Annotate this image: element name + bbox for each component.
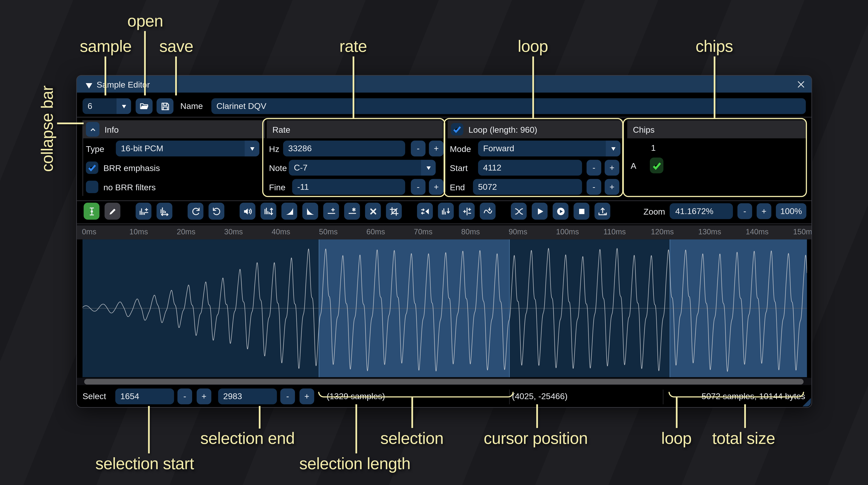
annotation-line-rate	[352, 57, 354, 119]
wave-arrows-in-icon	[420, 206, 430, 216]
toolbar: Zoom 41.1672% - + 100%	[84, 203, 806, 220]
edit-mode-draw-button[interactable]	[104, 203, 120, 220]
invert-button[interactable]	[438, 203, 454, 220]
ruler-tick: 30ms	[224, 228, 243, 236]
toolbar-buttons	[84, 203, 615, 220]
annotation-line-selection	[411, 397, 413, 428]
ruler-tick: 90ms	[509, 228, 527, 236]
ruler-tick: 140ms	[746, 228, 769, 236]
annotation-label-rate: rate	[339, 37, 367, 56]
ruler-tick: 100ms	[556, 228, 579, 236]
name-input[interactable]: Clarinet DQV	[211, 98, 806, 114]
info-panel: Info Type 16-bit PCM BRR emphasis no BRR…	[83, 120, 265, 196]
annotation-label-open: open	[127, 12, 163, 30]
chevron-down-icon	[117, 98, 131, 114]
annotation-label-cursor-position: cursor position	[484, 429, 588, 448]
annotation-label-selection-length: selection length	[299, 454, 410, 473]
normalize-button[interactable]	[260, 203, 276, 220]
upload-icon	[597, 206, 607, 216]
zoom-label: Zoom	[643, 206, 665, 216]
pencil-icon	[107, 206, 117, 216]
curves-cross-icon	[514, 206, 524, 216]
collapse-bar-button[interactable]	[86, 122, 99, 137]
zoom-out-button[interactable]: -	[738, 203, 752, 219]
ruler-tick: 130ms	[698, 228, 721, 236]
annotation-outline-chips	[623, 118, 807, 197]
selection-start-minus-button[interactable]: -	[178, 389, 192, 405]
sample-selector-value: 6	[83, 98, 116, 114]
annotation-label-selection-end: selection end	[200, 429, 295, 448]
crop-icon	[389, 206, 399, 216]
selection-start-input[interactable]: 1654	[115, 389, 174, 405]
ruler-tick: 10ms	[129, 228, 148, 236]
fade-out-icon	[305, 206, 315, 216]
insert-silence-button[interactable]	[323, 203, 339, 220]
open-button[interactable]	[135, 98, 153, 114]
resample-button[interactable]	[157, 203, 173, 220]
undo-button[interactable]	[188, 203, 204, 220]
open-folder-icon	[139, 101, 149, 111]
undo-icon	[191, 206, 200, 216]
window-collapse-icon[interactable]	[84, 80, 91, 88]
type-dropdown[interactable]: 16-bit PCM	[116, 141, 259, 157]
annotation-label-selection: selection	[380, 429, 443, 448]
redo-button[interactable]	[209, 203, 224, 220]
ruler-tick: 120ms	[651, 228, 674, 236]
horizontal-scrollbar[interactable]	[77, 378, 812, 385]
selection-end-plus-button[interactable]: +	[300, 389, 314, 405]
waveform-view[interactable]	[83, 239, 807, 377]
ibeam-icon	[87, 206, 96, 216]
title-bar[interactable]: Sample Editor	[77, 76, 812, 93]
annotation-line-cursor-position	[536, 405, 538, 428]
upload-sample-button[interactable]	[594, 203, 610, 220]
redo-icon	[212, 206, 221, 216]
ruler-tick: 40ms	[272, 228, 290, 236]
delete-button[interactable]	[365, 203, 381, 220]
trim-button[interactable]	[386, 203, 402, 220]
ruler-tick: 20ms	[177, 228, 195, 236]
info-panel-title: Info	[104, 125, 119, 134]
resize-button[interactable]	[135, 203, 151, 220]
apply-filter-button[interactable]	[480, 203, 496, 220]
close-button[interactable]	[795, 78, 806, 90]
annotation-bracket-selection	[318, 392, 514, 397]
selection-start-plus-button[interactable]: +	[197, 389, 212, 405]
fade-out-button[interactable]	[302, 203, 318, 220]
scrollbar-thumb[interactable]	[84, 379, 804, 384]
annotation-outline-rate	[262, 118, 445, 197]
crossfade-loop-points-button[interactable]	[511, 203, 527, 220]
wave-plus-icon	[139, 206, 148, 216]
fade-in-button[interactable]	[281, 203, 297, 220]
save-button[interactable]	[157, 98, 174, 114]
ruler-tick: 80ms	[461, 228, 480, 236]
brr-emphasis-checkbox[interactable]	[86, 161, 98, 174]
zoom-input[interactable]: 41.1672%	[670, 203, 733, 219]
preview-sample-loop-button[interactable]	[553, 203, 568, 220]
selection-end-input[interactable]: 2983	[218, 389, 277, 405]
no-brr-filters-checkbox[interactable]	[86, 181, 98, 193]
ruler-tick: 110ms	[603, 228, 626, 236]
selection-end-minus-button[interactable]: -	[280, 389, 295, 405]
zoom-reset-button[interactable]: 100%	[776, 203, 806, 219]
sign-invert-button[interactable]	[459, 203, 475, 220]
sample-selector[interactable]: 6	[83, 98, 131, 114]
annotation-label-chips: chips	[695, 37, 733, 56]
amplify-button[interactable]	[240, 203, 255, 220]
zoom-in-button[interactable]: +	[757, 203, 772, 219]
preview-sample-button[interactable]	[532, 203, 548, 220]
chevron-down-icon	[245, 141, 259, 157]
annotation-outline-loop	[443, 118, 623, 197]
reverse-button[interactable]	[417, 203, 433, 220]
edit-mode-select-button[interactable]	[84, 203, 99, 220]
zoom-controls: Zoom 41.1672% - + 100%	[643, 203, 806, 219]
annotation-line-selection-length	[355, 405, 357, 453]
fade-in-icon	[284, 206, 294, 216]
waveform-canvas[interactable]	[83, 239, 807, 377]
apply-silence-button[interactable]	[344, 203, 360, 220]
speaker-icon	[243, 206, 252, 216]
line-star-icon	[347, 206, 357, 216]
annotation-label-save: save	[159, 37, 193, 56]
plus-minus-line-icon	[462, 206, 471, 216]
stop-preview-button[interactable]	[574, 203, 589, 220]
floppy-disk-icon	[160, 101, 170, 111]
